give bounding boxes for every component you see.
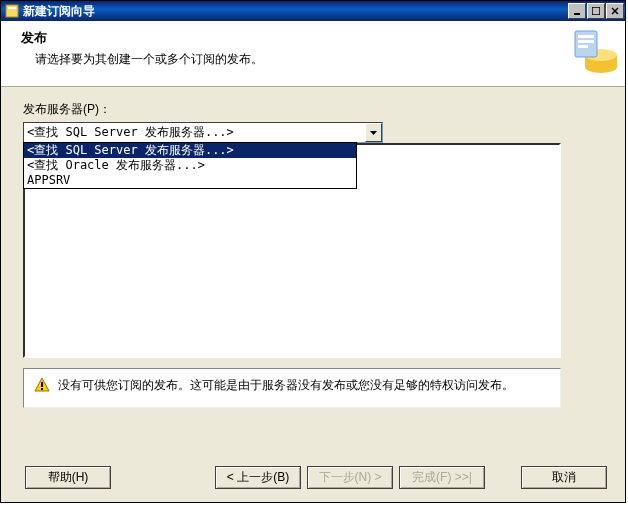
page-title: 发布: [21, 29, 263, 47]
wizard-icon: [5, 4, 19, 18]
close-button[interactable]: [606, 3, 624, 19]
dropdown-option[interactable]: APPSRV: [24, 173, 356, 188]
svg-rect-10: [578, 45, 588, 48]
server-combo-wrap: <查找 SQL Server 发布服务器...> <查找 SQL Server …: [23, 122, 603, 143]
wizard-window: 新建订阅向导 发布 请选择要为其创建一个或多个订阅的发布。: [0, 0, 626, 503]
window-title: 新建订阅向导: [23, 3, 568, 20]
titlebar[interactable]: 新建订阅向导: [1, 1, 625, 21]
maximize-button[interactable]: [587, 3, 605, 19]
server-combobox[interactable]: <查找 SQL Server 发布服务器...>: [23, 122, 383, 143]
svg-rect-12: [41, 388, 43, 390]
db-banner-icon: [567, 25, 619, 81]
minimize-button[interactable]: [568, 3, 586, 19]
page-subtitle: 请选择要为其创建一个或多个订阅的发布。: [21, 51, 263, 68]
warning-text: 没有可供您订阅的发布。这可能是由于服务器没有发布或您没有足够的特权访问发布。: [58, 377, 514, 393]
wizard-buttons: 帮助(H) < 上一步(B) 下一步(N) > 完成(F) >>| 取消: [1, 452, 625, 502]
svg-rect-11: [41, 382, 43, 387]
back-button[interactable]: < 上一步(B): [215, 466, 301, 489]
svg-rect-3: [592, 7, 600, 15]
svg-rect-1: [8, 7, 16, 9]
chevron-down-icon[interactable]: [365, 123, 382, 142]
window-buttons: [568, 1, 625, 21]
svg-rect-0: [6, 5, 18, 17]
svg-rect-2: [574, 13, 580, 15]
svg-rect-7: [575, 31, 597, 57]
dropdown-option[interactable]: <查找 Oracle 发布服务器...>: [24, 158, 356, 173]
server-combo-value: <查找 SQL Server 发布服务器...>: [27, 124, 234, 141]
finish-button[interactable]: 完成(F) >>|: [399, 466, 485, 489]
cancel-button[interactable]: 取消: [521, 466, 607, 489]
svg-rect-8: [578, 35, 594, 38]
svg-rect-9: [578, 40, 594, 43]
server-label: 发布服务器(P)：: [23, 101, 603, 118]
wizard-body: 发布服务器(P)： <查找 SQL Server 发布服务器...> <查找 S…: [1, 87, 625, 452]
dropdown-option[interactable]: <查找 SQL Server 发布服务器...>: [24, 143, 356, 158]
help-button[interactable]: 帮助(H): [25, 466, 111, 489]
warning-icon: [34, 377, 50, 396]
server-dropdown[interactable]: <查找 SQL Server 发布服务器...> <查找 Oracle 发布服务…: [23, 142, 357, 189]
warning-panel: 没有可供您订阅的发布。这可能是由于服务器没有发布或您没有足够的特权访问发布。: [23, 368, 561, 408]
wizard-header: 发布 请选择要为其创建一个或多个订阅的发布。: [1, 21, 625, 87]
next-button[interactable]: 下一步(N) >: [307, 466, 393, 489]
